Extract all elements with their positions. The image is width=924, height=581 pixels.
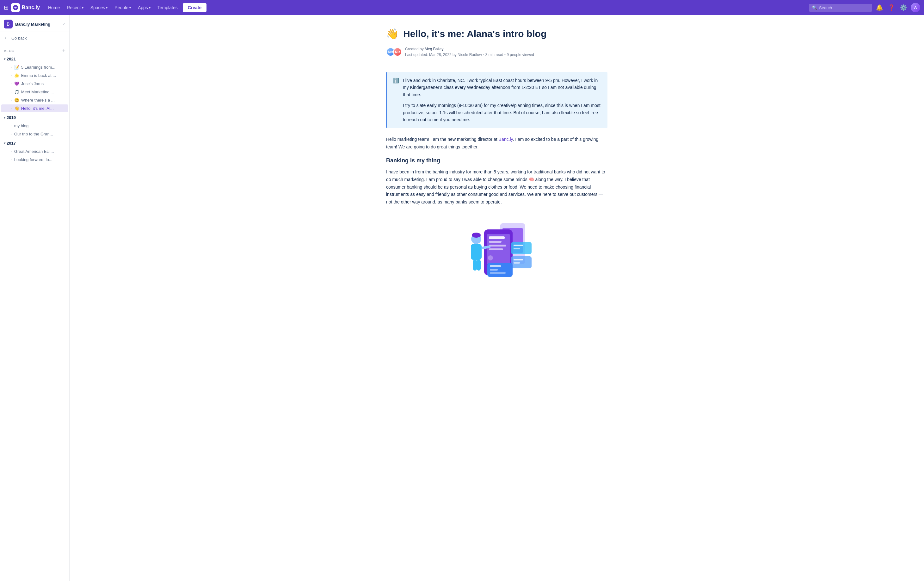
- chevron-down-icon: ▾: [4, 141, 5, 145]
- info-box-content: I live and work in Charlotte, NC. I work…: [403, 77, 602, 123]
- help-icon[interactable]: ❓: [887, 3, 896, 12]
- main-content: 👋 Hello, it's me: Alana's intro blog MB …: [69, 15, 924, 581]
- content-inner: 👋 Hello, it's me: Alana's intro blog MB …: [367, 15, 627, 310]
- svg-rect-17: [513, 245, 523, 246]
- year-2021-toggle[interactable]: ▾ 2021: [0, 55, 69, 63]
- svg-rect-5: [489, 237, 505, 239]
- svg-rect-12: [471, 244, 482, 260]
- chevron-down-icon: ▾: [149, 6, 150, 10]
- chevron-down-icon: ▾: [82, 6, 84, 10]
- year-2021-label: 2021: [7, 57, 16, 61]
- svg-rect-14: [473, 260, 477, 271]
- svg-point-11: [472, 233, 481, 238]
- nav-items: Home Recent ▾ Spaces ▾ People ▾ Apps ▾ T…: [45, 3, 808, 12]
- nav-people[interactable]: People ▾: [111, 3, 134, 12]
- chevron-down-icon: ▾: [129, 6, 131, 10]
- nav-right: 🔍 Search 🔔 ❓ ⚙️ A: [809, 3, 920, 12]
- created-by-name: Meg Bailey: [425, 47, 443, 51]
- intro-text-pre: Hello marketing team! I am the new marke…: [386, 137, 499, 142]
- bancly-link[interactable]: Banc.ly: [499, 137, 513, 142]
- go-back-label: Go back: [12, 36, 26, 40]
- sidebar-item-label: Hello, it's me: Al...: [21, 106, 54, 111]
- sidebar-item-5-learnings[interactable]: • 📝 5 Learnings from...: [1, 63, 68, 71]
- bullet-icon: •: [12, 82, 12, 85]
- sidebar-item-grand-trip[interactable]: • Our trip to the Gran...: [1, 130, 68, 138]
- sidebar-item-where-theres[interactable]: • 😄 Where there's a ...: [1, 96, 68, 104]
- notifications-icon[interactable]: 🔔: [874, 3, 884, 12]
- create-button[interactable]: Create: [183, 3, 207, 12]
- info-box: ℹ️ I live and work in Charlotte, NC. I w…: [386, 72, 607, 128]
- sidebar-item-my-blog[interactable]: • my blog: [1, 122, 68, 130]
- views-count: 9 people viewed: [507, 53, 534, 57]
- logo-icon: [11, 3, 20, 12]
- search-placeholder: Search: [819, 5, 832, 10]
- page-title-emoji: 👋: [386, 28, 399, 40]
- grid-icon[interactable]: ⊞: [4, 4, 8, 11]
- sidebar-item-label: 5 Learnings from...: [21, 65, 55, 70]
- chevron-down-icon: ▾: [4, 57, 5, 61]
- space-icon: B: [4, 20, 13, 28]
- chevron-down-icon: ▾: [4, 116, 5, 119]
- read-time: 3 min read: [485, 53, 503, 57]
- nav-home[interactable]: Home: [45, 3, 63, 12]
- svg-rect-6: [489, 241, 502, 243]
- sidebar-item-label: Great American Ecli...: [14, 149, 54, 154]
- bullet-icon: •: [12, 158, 12, 161]
- svg-rect-8: [489, 248, 503, 250]
- year-2017-toggle[interactable]: ▾ 2017: [0, 139, 69, 147]
- page-title-row: 👋 Hello, it's me: Alana's intro blog: [386, 28, 607, 40]
- bullet-icon: •: [12, 74, 12, 77]
- svg-rect-25: [490, 272, 506, 274]
- add-section-button[interactable]: +: [62, 48, 66, 54]
- nav-recent[interactable]: Recent ▾: [64, 3, 86, 12]
- svg-rect-15: [477, 260, 481, 271]
- last-updated: Last updated: Mar 28, 2022 by Nicole Rad…: [405, 53, 482, 57]
- meta-text: Created by Meg Bailey Last updated: Mar …: [405, 46, 534, 58]
- nav-apps[interactable]: Apps ▾: [135, 3, 154, 12]
- nav-spaces[interactable]: Spaces ▾: [87, 3, 111, 12]
- top-navigation: ⊞ Banc.ly Home Recent ▾ Spaces ▾ People …: [0, 0, 924, 15]
- sidebar-item-label: Looking forward, lo...: [14, 157, 53, 162]
- nav-templates[interactable]: Templates: [154, 3, 181, 12]
- page-meta: MB NR Created by Meg Bailey Last updated…: [386, 46, 607, 63]
- meta-avatars: MB NR: [386, 48, 402, 56]
- sidebar-item-looking-forward[interactable]: • Looking forward, lo...: [1, 156, 68, 164]
- go-back-button[interactable]: ← Go back: [0, 32, 69, 44]
- sidebar-item-emma[interactable]: • 🌟 Emma is back at ...: [1, 71, 68, 79]
- illustration-container: [386, 214, 607, 277]
- sidebar-item-meet-marketing[interactable]: • 🎵 Meet Marketing ...: [1, 88, 68, 96]
- sidebar-item-jose-jams[interactable]: • 💜 Jose's Jams: [1, 80, 68, 88]
- info-icon: ℹ️: [393, 78, 399, 123]
- avatar[interactable]: A: [911, 3, 920, 12]
- sidebar-collapse-button[interactable]: ‹: [63, 21, 66, 28]
- sidebar-item-great-american[interactable]: • Great American Ecli...: [1, 147, 68, 156]
- logo-text: Banc.ly: [22, 5, 40, 10]
- year-group-2017: ▾ 2017 • Great American Ecli... • Lookin…: [0, 139, 69, 164]
- svg-rect-23: [490, 265, 501, 267]
- back-arrow-icon: ←: [4, 35, 9, 41]
- sidebar: B Banc.ly Marketing ‹ ← Go back BLOG + ▾…: [0, 15, 69, 581]
- section-label: BLOG: [4, 49, 15, 53]
- search-bar[interactable]: 🔍 Search: [809, 4, 872, 12]
- settings-icon[interactable]: ⚙️: [899, 3, 908, 12]
- sidebar-item-label: Meet Marketing ...: [21, 89, 54, 94]
- svg-rect-7: [489, 245, 506, 247]
- year-2019-toggle[interactable]: ▾ 2019: [0, 114, 69, 121]
- page-title: Hello, it's me: Alana's intro blog: [403, 28, 546, 39]
- year-group-2019: ▾ 2019 • my blog • Our trip to the Gran.…: [0, 114, 69, 138]
- app-layout: B Banc.ly Marketing ‹ ← Go back BLOG + ▾…: [0, 15, 924, 581]
- sidebar-item-label: Our trip to the Gran...: [14, 132, 53, 136]
- logo[interactable]: Banc.ly: [11, 3, 40, 12]
- bullet-icon: •: [12, 107, 12, 110]
- blog-section-header: BLOG +: [0, 44, 69, 55]
- sidebar-item-label: my blog: [14, 123, 29, 128]
- chevron-down-icon: ▾: [106, 6, 107, 10]
- svg-rect-20: [513, 259, 523, 260]
- info-para-2: I try to slate early mornings (9-10:30 a…: [403, 102, 602, 123]
- sidebar-item-hello-alana[interactable]: • 👋 Hello, it's me: Al...: [1, 104, 68, 113]
- sidebar-item-label: Emma is back at ...: [21, 73, 56, 78]
- intro-paragraph: Hello marketing team! I am the new marke…: [386, 136, 607, 151]
- svg-point-9: [488, 255, 493, 260]
- year-group-2021: ▾ 2021 • 📝 5 Learnings from... • 🌟 Emma …: [0, 55, 69, 113]
- bullet-icon: •: [12, 91, 12, 93]
